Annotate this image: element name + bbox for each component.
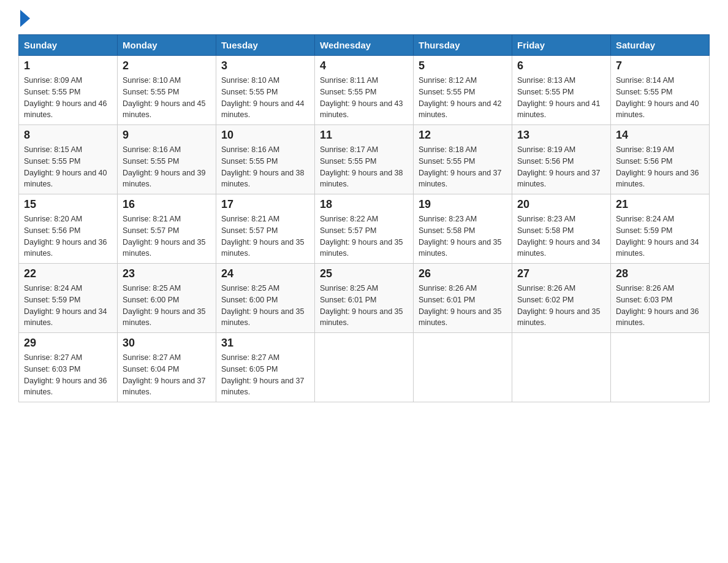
day-info: Sunrise: 8:25 AMSunset: 6:00 PMDaylight:…	[123, 283, 211, 329]
day-number: 18	[320, 198, 408, 211]
calendar-cell: 16Sunrise: 8:21 AMSunset: 5:57 PMDayligh…	[118, 194, 216, 264]
calendar-cell: 14Sunrise: 8:19 AMSunset: 5:56 PMDayligh…	[611, 125, 710, 194]
day-number: 22	[24, 267, 112, 280]
day-number: 14	[616, 129, 704, 142]
day-number: 6	[517, 59, 605, 72]
calendar-cell: 30Sunrise: 8:27 AMSunset: 6:04 PMDayligh…	[118, 333, 216, 402]
calendar-cell: 19Sunrise: 8:23 AMSunset: 5:58 PMDayligh…	[414, 194, 512, 264]
calendar-cell: 23Sunrise: 8:25 AMSunset: 6:00 PMDayligh…	[118, 264, 216, 333]
day-info: Sunrise: 8:16 AMSunset: 5:55 PMDaylight:…	[221, 144, 309, 190]
day-info: Sunrise: 8:09 AMSunset: 5:55 PMDaylight:…	[24, 75, 112, 121]
calendar-cell: 2Sunrise: 8:10 AMSunset: 5:55 PMDaylight…	[118, 56, 216, 125]
calendar-cell: 21Sunrise: 8:24 AMSunset: 5:59 PMDayligh…	[611, 194, 710, 264]
day-info: Sunrise: 8:25 AMSunset: 6:01 PMDaylight:…	[320, 283, 408, 329]
day-info: Sunrise: 8:21 AMSunset: 5:57 PMDaylight:…	[123, 213, 211, 259]
day-info: Sunrise: 8:26 AMSunset: 6:01 PMDaylight:…	[419, 283, 507, 329]
day-info: Sunrise: 8:27 AMSunset: 6:05 PMDaylight:…	[221, 352, 309, 398]
day-number: 25	[320, 267, 408, 280]
calendar-cell: 1Sunrise: 8:09 AMSunset: 5:55 PMDaylight…	[19, 56, 118, 125]
calendar-cell: 8Sunrise: 8:15 AMSunset: 5:55 PMDaylight…	[19, 125, 118, 194]
calendar-week-row: 1Sunrise: 8:09 AMSunset: 5:55 PMDaylight…	[19, 56, 710, 125]
calendar-cell: 26Sunrise: 8:26 AMSunset: 6:01 PMDayligh…	[414, 264, 512, 333]
calendar-cell: 18Sunrise: 8:22 AMSunset: 5:57 PMDayligh…	[315, 194, 414, 264]
day-number: 23	[123, 267, 211, 280]
calendar-cell: 3Sunrise: 8:10 AMSunset: 5:55 PMDaylight…	[216, 56, 315, 125]
calendar-cell: 29Sunrise: 8:27 AMSunset: 6:03 PMDayligh…	[19, 333, 118, 402]
day-info: Sunrise: 8:14 AMSunset: 5:55 PMDaylight:…	[616, 75, 704, 121]
day-number: 15	[24, 198, 112, 211]
day-number: 1	[24, 59, 112, 72]
col-header-tuesday: Tuesday	[216, 35, 315, 56]
calendar-cell: 27Sunrise: 8:26 AMSunset: 6:02 PMDayligh…	[512, 264, 611, 333]
day-number: 2	[123, 59, 211, 72]
day-number: 5	[419, 59, 507, 72]
day-info: Sunrise: 8:12 AMSunset: 5:55 PMDaylight:…	[419, 75, 507, 121]
calendar-cell: 5Sunrise: 8:12 AMSunset: 5:55 PMDaylight…	[414, 56, 512, 125]
calendar-cell: 25Sunrise: 8:25 AMSunset: 6:01 PMDayligh…	[315, 264, 414, 333]
calendar-cell: 4Sunrise: 8:11 AMSunset: 5:55 PMDaylight…	[315, 56, 414, 125]
day-number: 13	[517, 129, 605, 142]
calendar-cell: 12Sunrise: 8:18 AMSunset: 5:55 PMDayligh…	[414, 125, 512, 194]
calendar-week-row: 15Sunrise: 8:20 AMSunset: 5:56 PMDayligh…	[19, 194, 710, 264]
day-number: 17	[221, 198, 309, 211]
calendar-cell	[611, 333, 710, 402]
day-number: 16	[123, 198, 211, 211]
day-number: 28	[616, 267, 704, 280]
calendar-cell: 31Sunrise: 8:27 AMSunset: 6:05 PMDayligh…	[216, 333, 315, 402]
calendar-cell: 15Sunrise: 8:20 AMSunset: 5:56 PMDayligh…	[19, 194, 118, 264]
day-info: Sunrise: 8:23 AMSunset: 5:58 PMDaylight:…	[419, 213, 507, 259]
calendar-cell	[315, 333, 414, 402]
day-number: 8	[24, 129, 112, 142]
day-number: 24	[221, 267, 309, 280]
calendar-cell: 20Sunrise: 8:23 AMSunset: 5:58 PMDayligh…	[512, 194, 611, 264]
calendar-cell: 9Sunrise: 8:16 AMSunset: 5:55 PMDaylight…	[118, 125, 216, 194]
col-header-saturday: Saturday	[611, 35, 710, 56]
calendar-cell: 13Sunrise: 8:19 AMSunset: 5:56 PMDayligh…	[512, 125, 611, 194]
day-info: Sunrise: 8:24 AMSunset: 5:59 PMDaylight:…	[24, 283, 112, 329]
calendar-week-row: 22Sunrise: 8:24 AMSunset: 5:59 PMDayligh…	[19, 264, 710, 333]
day-number: 19	[419, 198, 507, 211]
day-info: Sunrise: 8:23 AMSunset: 5:58 PMDaylight:…	[517, 213, 605, 259]
calendar-cell: 24Sunrise: 8:25 AMSunset: 6:00 PMDayligh…	[216, 264, 315, 333]
day-info: Sunrise: 8:11 AMSunset: 5:55 PMDaylight:…	[320, 75, 408, 121]
day-number: 21	[616, 198, 704, 211]
day-info: Sunrise: 8:26 AMSunset: 6:02 PMDaylight:…	[517, 283, 605, 329]
day-number: 30	[123, 337, 211, 350]
calendar-cell: 10Sunrise: 8:16 AMSunset: 5:55 PMDayligh…	[216, 125, 315, 194]
day-number: 27	[517, 267, 605, 280]
day-info: Sunrise: 8:15 AMSunset: 5:55 PMDaylight:…	[24, 144, 112, 190]
calendar-cell: 11Sunrise: 8:17 AMSunset: 5:55 PMDayligh…	[315, 125, 414, 194]
calendar-header-row: SundayMondayTuesdayWednesdayThursdayFrid…	[19, 35, 710, 56]
day-number: 29	[24, 337, 112, 350]
col-header-friday: Friday	[512, 35, 611, 56]
day-info: Sunrise: 8:27 AMSunset: 6:04 PMDaylight:…	[123, 352, 211, 398]
day-number: 12	[419, 129, 507, 142]
day-number: 3	[221, 59, 309, 72]
day-number: 11	[320, 129, 408, 142]
calendar-cell: 28Sunrise: 8:26 AMSunset: 6:03 PMDayligh…	[611, 264, 710, 333]
day-info: Sunrise: 8:10 AMSunset: 5:55 PMDaylight:…	[221, 75, 309, 121]
day-info: Sunrise: 8:19 AMSunset: 5:56 PMDaylight:…	[616, 144, 704, 190]
day-info: Sunrise: 8:19 AMSunset: 5:56 PMDaylight:…	[517, 144, 605, 190]
day-info: Sunrise: 8:20 AMSunset: 5:56 PMDaylight:…	[24, 213, 112, 259]
calendar-cell: 7Sunrise: 8:14 AMSunset: 5:55 PMDaylight…	[611, 56, 710, 125]
calendar-cell	[414, 333, 512, 402]
day-number: 7	[616, 59, 704, 72]
day-info: Sunrise: 8:17 AMSunset: 5:55 PMDaylight:…	[320, 144, 408, 190]
logo	[18, 12, 30, 23]
calendar-cell: 6Sunrise: 8:13 AMSunset: 5:55 PMDaylight…	[512, 56, 611, 125]
day-number: 31	[221, 337, 309, 350]
header	[18, 12, 710, 23]
day-info: Sunrise: 8:26 AMSunset: 6:03 PMDaylight:…	[616, 283, 704, 329]
day-info: Sunrise: 8:13 AMSunset: 5:55 PMDaylight:…	[517, 75, 605, 121]
day-number: 26	[419, 267, 507, 280]
day-info: Sunrise: 8:18 AMSunset: 5:55 PMDaylight:…	[419, 144, 507, 190]
day-info: Sunrise: 8:10 AMSunset: 5:55 PMDaylight:…	[123, 75, 211, 121]
day-info: Sunrise: 8:22 AMSunset: 5:57 PMDaylight:…	[320, 213, 408, 259]
day-number: 20	[517, 198, 605, 211]
day-info: Sunrise: 8:24 AMSunset: 5:59 PMDaylight:…	[616, 213, 704, 259]
col-header-monday: Monday	[118, 35, 216, 56]
day-info: Sunrise: 8:25 AMSunset: 6:00 PMDaylight:…	[221, 283, 309, 329]
calendar-cell	[512, 333, 611, 402]
col-header-wednesday: Wednesday	[315, 35, 414, 56]
